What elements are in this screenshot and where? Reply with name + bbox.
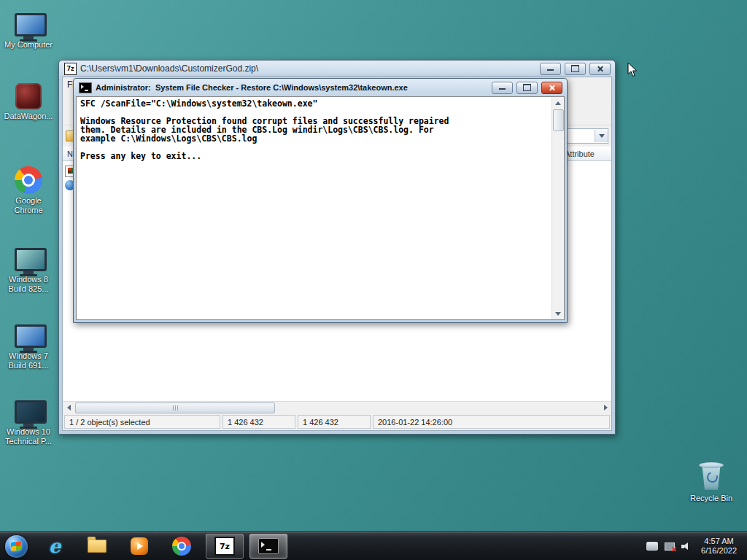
desktop-icon-label: Windows 10 Technical P... (1, 427, 55, 446)
keyboard-tray-icon[interactable] (646, 542, 658, 551)
cmd-titlebar[interactable]: Administrator: System File Checker - Res… (74, 79, 567, 96)
media-player-icon (131, 537, 148, 555)
recycle-bin-icon (699, 461, 724, 491)
clock-time: 4:57 AM (701, 537, 737, 546)
desktop[interactable]: My Computer DataWagon... Google Chrome W… (0, 0, 747, 560)
close-button[interactable] (541, 82, 562, 94)
close-button[interactable] (589, 63, 611, 75)
minimize-button[interactable] (492, 82, 513, 94)
console-line: example C:\Windows\Logs\CBS\CBS.log (80, 134, 551, 143)
clock-date: 6/16/2022 (701, 546, 737, 556)
console-line: Press any key to exit... (80, 152, 551, 160)
chrome-icon (15, 166, 42, 194)
taskbar-item-media-player[interactable] (121, 534, 158, 558)
status-packed-size: 1 426 432 (298, 415, 371, 429)
taskbar-item-chrome[interactable] (163, 534, 200, 558)
scroll-up-arrow[interactable] (552, 97, 563, 109)
cmd-window-title: Administrator: System File Checker - Res… (96, 83, 488, 92)
cmd-window: Administrator: System File Checker - Res… (73, 78, 568, 323)
windows10-vm-icon (15, 400, 42, 425)
desktop-icon-my-computer[interactable]: My Computer (1, 4, 55, 50)
taskbar-item-cmd[interactable] (249, 534, 287, 559)
horizontal-scrollbar[interactable] (63, 401, 611, 413)
sevenzip-icon: 7z (214, 537, 235, 556)
desktop-icon-windows10-technical[interactable]: Windows 10 Technical P... (1, 392, 55, 446)
desktop-icon-google-chrome[interactable]: Google Chrome (1, 160, 55, 215)
cmd-console[interactable]: SFC /ScanFile="C:\Windows\system32\takeo… (76, 96, 565, 320)
mouse-cursor (627, 62, 638, 80)
status-selection: 1 / 2 object(s) selected (64, 415, 220, 429)
volume-icon[interactable] (681, 542, 692, 551)
taskbar-item-7zip[interactable]: 7z (206, 534, 244, 559)
minimize-button[interactable] (540, 63, 561, 75)
sevenzip-statusbar: 1 / 2 object(s) selected 1 426 432 1 426… (63, 413, 611, 430)
taskbar-item-internet-explorer[interactable]: e (36, 534, 73, 558)
internet-explorer-icon: e (49, 537, 61, 556)
taskbar-clock[interactable]: 4:57 AM 6/16/2022 (698, 537, 740, 556)
sevenzip-titlebar[interactable]: 7z C:\Users\vm1\Downloads\CustomizerGod.… (59, 61, 615, 77)
desktop-icon-windows8-build[interactable]: Windows 8 Build 825... (1, 239, 55, 294)
desktop-icon-recycle-bin[interactable]: Recycle Bin (684, 458, 738, 503)
sevenzip-window-title: C:\Users\vm1\Downloads\CustomizerGod.zip… (80, 63, 536, 74)
desktop-icon-label: Windows 7 Build 691... (1, 351, 55, 370)
start-button[interactable] (5, 535, 28, 558)
desktop-icon-label: Google Chrome (1, 196, 55, 215)
windows8-vm-icon (15, 248, 42, 273)
vertical-scrollbar[interactable] (551, 97, 564, 319)
desktop-icon-datawagon[interactable]: DataWagon... (1, 76, 55, 121)
desktop-icon-label: Windows 8 Build 825... (1, 275, 55, 294)
column-header-attribute[interactable]: Attribute (560, 147, 611, 160)
network-disconnected-icon[interactable] (665, 542, 675, 551)
vertical-scroll-thumb[interactable] (553, 109, 564, 131)
folder-icon (88, 540, 107, 553)
status-modified-date: 2016-01-22 14:26:00 (373, 415, 610, 429)
status-size: 1 426 432 (222, 415, 295, 429)
system-tray: 4:57 AM 6/16/2022 (646, 537, 747, 556)
desktop-icon-label: DataWagon... (1, 112, 55, 121)
my-computer-icon (15, 13, 42, 38)
desktop-icon-label: Recycle Bin (684, 494, 738, 503)
chrome-icon (172, 537, 191, 556)
scroll-left-arrow[interactable] (63, 402, 74, 413)
cmd-icon (258, 538, 279, 554)
taskbar-item-explorer[interactable] (79, 534, 115, 558)
taskbar: e 7z 4:57 AM 6/16/2022 (0, 532, 747, 560)
cmd-icon (79, 82, 92, 93)
desktop-icon-windows7-build[interactable]: Windows 7 Build 691... (1, 316, 55, 370)
horizontal-scroll-thumb[interactable] (75, 402, 275, 413)
console-output: SFC /ScanFile="C:\Windows\system32\takeo… (77, 97, 552, 319)
maximize-button[interactable] (516, 82, 538, 94)
windows7-vm-icon (15, 324, 42, 349)
maximize-button[interactable] (565, 63, 586, 75)
scroll-right-arrow[interactable] (600, 402, 611, 413)
sevenzip-app-icon: 7z (64, 63, 77, 75)
console-line: SFC /ScanFile="C:\Windows\system32\takeo… (80, 99, 551, 108)
chevron-down-icon (599, 134, 605, 138)
address-dropdown-button[interactable] (595, 130, 608, 142)
datawagon-icon (15, 83, 42, 109)
scroll-down-arrow[interactable] (552, 308, 563, 319)
windows-flag-icon (11, 541, 21, 551)
